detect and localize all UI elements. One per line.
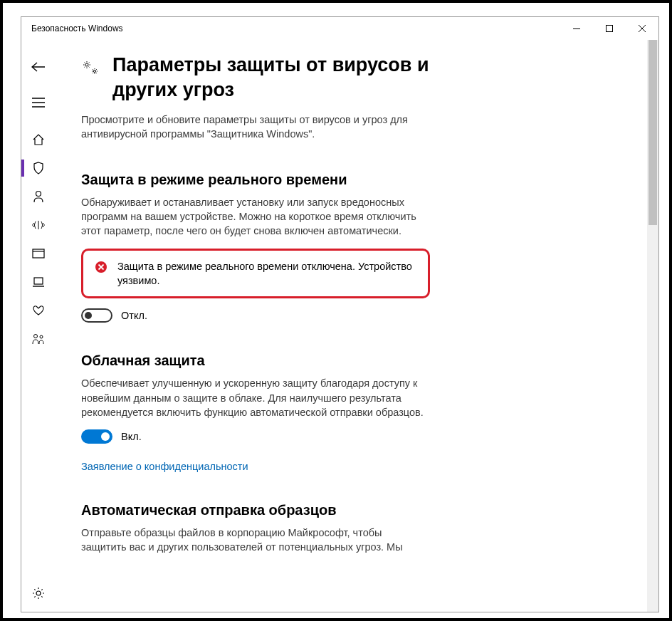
realtime-section-title: Защита в режиме реального времени (81, 172, 617, 188)
svg-rect-4 (34, 278, 43, 284)
samples-section-title: Автоматическая отправка образцов (81, 502, 617, 518)
nav-family-options[interactable] (21, 325, 56, 353)
svg-point-8 (85, 63, 88, 66)
laptop-icon (32, 277, 45, 287)
page-header: Параметры защиты от вирусов и других угр… (81, 53, 617, 103)
cloud-toggle-row: Вкл. (81, 429, 617, 444)
back-button[interactable] (21, 53, 56, 81)
svg-rect-3 (33, 249, 44, 258)
left-column (21, 40, 56, 612)
maximize-button[interactable] (593, 17, 626, 40)
content-area: Параметры защиты от вирусов и других угр… (56, 40, 658, 612)
svg-rect-0 (573, 28, 580, 29)
cloud-section-desc: Обеспечивает улучшенную и ускоренную защ… (81, 376, 430, 419)
minimize-icon (573, 28, 580, 29)
gear-icon (32, 587, 45, 600)
titlebar: Безопасность Windows (21, 17, 658, 40)
app-window-icon (32, 249, 45, 259)
home-icon (32, 133, 45, 146)
nav-account-protection[interactable] (21, 182, 56, 211)
svg-point-7 (36, 591, 41, 595)
samples-section-desc: Отправьте образцы файлов в корпорацию Ма… (81, 526, 430, 555)
minimize-button[interactable] (560, 17, 593, 40)
app-window: Безопасность Windows (21, 17, 658, 612)
realtime-alert-text: Защита в режиме реального времени отключ… (117, 259, 416, 288)
cloud-toggle[interactable] (81, 429, 112, 444)
realtime-section-desc: Обнаруживает и останавливает установку и… (81, 195, 430, 239)
titlebar-controls (560, 17, 658, 40)
privacy-statement-link[interactable]: Заявление о конфиденциальности (81, 461, 248, 472)
hamburger-icon (32, 98, 45, 108)
window-title: Безопасность Windows (31, 24, 123, 33)
error-icon (95, 261, 107, 273)
gears-icon (81, 58, 100, 77)
shield-icon (33, 162, 44, 174)
nav-app-control[interactable] (21, 239, 56, 268)
cloud-toggle-label: Вкл. (121, 431, 142, 442)
scrollbar-thumb[interactable] (649, 40, 657, 225)
maximize-icon (606, 25, 613, 32)
nav (21, 125, 56, 353)
network-icon (31, 219, 46, 231)
svg-point-5 (34, 335, 38, 338)
realtime-toggle-label: Откл. (121, 310, 147, 321)
nav-firewall[interactable] (21, 211, 56, 239)
svg-point-6 (40, 335, 43, 338)
scroll-area: Параметры защиты от вирусов и других угр… (81, 53, 637, 612)
vertical-scrollbar[interactable] (647, 40, 658, 612)
svg-point-2 (36, 192, 41, 197)
hamburger-menu-button[interactable] (21, 85, 56, 120)
cloud-section-title: Облачная защита (81, 353, 617, 369)
realtime-toggle[interactable] (81, 308, 112, 323)
close-icon (639, 25, 646, 32)
page-description: Просмотрите и обновите параметры защиты … (81, 113, 430, 142)
nav-device-health[interactable] (21, 296, 56, 325)
nav-settings[interactable] (21, 579, 56, 607)
close-button[interactable] (626, 17, 658, 40)
back-arrow-icon (31, 62, 46, 72)
family-icon (31, 333, 46, 345)
heart-icon (32, 305, 45, 316)
page-icon-gears (81, 58, 100, 77)
realtime-toggle-row: Откл. (81, 308, 617, 323)
realtime-alert-box: Защита в режиме реального времени отключ… (81, 249, 430, 299)
nav-virus-protection[interactable] (21, 154, 56, 182)
person-icon (33, 190, 44, 203)
page-title: Параметры защиты от вирусов и других угр… (112, 53, 497, 103)
nav-device-security[interactable] (21, 268, 56, 296)
svg-point-9 (93, 70, 95, 72)
svg-rect-1 (607, 26, 613, 32)
body-area: Параметры защиты от вирусов и других угр… (21, 40, 658, 612)
nav-home[interactable] (21, 125, 56, 154)
